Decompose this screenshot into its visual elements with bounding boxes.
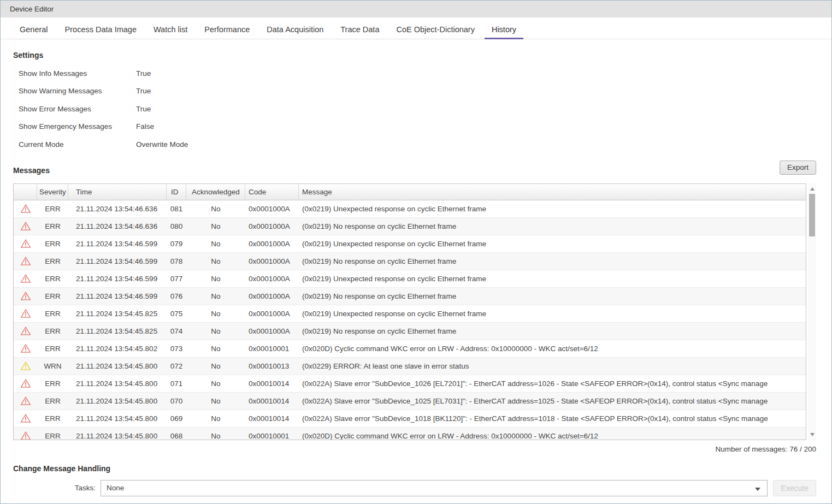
table-row[interactable]: ERR21.11.2024 13:54:46.599077No0x0001000… [14, 270, 806, 288]
column-header-code[interactable]: Code [245, 184, 299, 200]
cell-severity: ERR [37, 305, 68, 322]
table-row[interactable]: ERR21.11.2024 13:54:45.800069No0x0001001… [14, 410, 806, 428]
cell-severity: ERR [37, 410, 68, 427]
table-row[interactable]: ERR21.11.2024 13:54:46.599079No0x0001000… [14, 235, 806, 253]
tab-bar: GeneralProcess Data ImageWatch listPerfo… [1, 17, 831, 39]
scrollbar-thumb[interactable] [809, 194, 815, 236]
cell-time: 21.11.2024 13:54:45.802 [68, 340, 167, 357]
tab-general[interactable]: General [20, 25, 48, 39]
tab-history[interactable]: History [492, 25, 516, 39]
cell-acknowledged: No [186, 235, 245, 252]
cell-code: 0x0001000A [245, 270, 299, 287]
cell-message: (0x020D) Cyclic command WKC error on LRW… [299, 340, 806, 357]
table-row[interactable]: WRN21.11.2024 13:54:45.800072No0x0001001… [14, 358, 806, 375]
cell-acknowledged: No [186, 410, 245, 427]
message-count-label: Number of messages: 76 / 200 [13, 445, 816, 453]
scrollbar-down-arrow-icon[interactable] [808, 430, 816, 439]
table-row[interactable]: ERR21.11.2024 13:54:45.802073No0x0001000… [14, 340, 806, 358]
warning-icon [14, 358, 37, 375]
table-row[interactable]: ERR21.11.2024 13:54:46.636080No0x0001000… [14, 218, 806, 235]
setting-row: Show Error MessagesTrue [13, 100, 816, 118]
cell-message: (0x0229) ERROR: At least one slave in er… [299, 358, 806, 375]
history-tab-content: Settings Show Info MessagesTrueShow Warn… [1, 51, 831, 496]
cell-code: 0x00010001 [245, 428, 299, 440]
cell-severity: ERR [37, 428, 68, 440]
table-row[interactable]: ERR21.11.2024 13:54:45.825074No0x0001000… [14, 323, 806, 340]
cell-message: (0x0219) Unexpected response on cyclic E… [299, 305, 806, 322]
table-row[interactable]: ERR21.11.2024 13:54:45.825075No0x0001000… [14, 305, 806, 323]
cell-id: 068 [167, 428, 186, 440]
cell-id: 072 [167, 358, 186, 375]
tab-watch-list[interactable]: Watch list [154, 25, 187, 39]
cell-time: 21.11.2024 13:54:45.800 [68, 428, 167, 440]
error-icon [14, 253, 37, 270]
cell-time: 21.11.2024 13:54:46.599 [68, 270, 167, 287]
cell-time: 21.11.2024 13:54:45.800 [68, 375, 167, 392]
column-header-icon[interactable] [14, 184, 37, 200]
column-header-message[interactable]: Message [299, 184, 806, 200]
cell-severity: WRN [37, 358, 68, 375]
cell-code: 0x0001000A [245, 288, 299, 305]
cell-code: 0x0001000A [245, 323, 299, 340]
tasks-dropdown[interactable]: None [101, 480, 768, 496]
tab-trace-data[interactable]: Trace Data [340, 25, 379, 39]
column-header-severity[interactable]: Severity [37, 184, 68, 200]
cell-time: 21.11.2024 13:54:46.599 [68, 253, 167, 270]
cell-message: (0x0219) No response on cyclic Ethernet … [299, 253, 806, 270]
cell-severity: ERR [37, 253, 68, 270]
table-row[interactable]: ERR21.11.2024 13:54:45.800071No0x0001001… [14, 375, 806, 393]
tasks-label: Tasks: [13, 484, 101, 492]
setting-value: True [136, 87, 151, 95]
cell-time: 21.11.2024 13:54:45.800 [68, 410, 167, 427]
setting-value: True [136, 105, 151, 113]
tasks-dropdown-value: None [107, 484, 124, 492]
messages-table: Severity Time ID Acknowledged Code Messa… [13, 183, 806, 440]
cell-code: 0x00010014 [245, 375, 299, 392]
cell-message: (0x022A) Slave error "SubDevice_1018 [BK… [299, 410, 806, 427]
table-row[interactable]: ERR21.11.2024 13:54:46.599078No0x0001000… [14, 253, 806, 270]
setting-label: Show Error Messages [13, 105, 136, 113]
cell-code: 0x0001000A [245, 305, 299, 322]
cell-severity: ERR [37, 270, 68, 287]
table-row[interactable]: ERR21.11.2024 13:54:45.800070No0x0001001… [14, 393, 806, 410]
table-row[interactable]: ERR21.11.2024 13:54:45.800068No0x0001000… [14, 428, 806, 440]
column-header-acknowledged[interactable]: Acknowledged [186, 184, 245, 200]
tab-coe-object-dictionary[interactable]: CoE Object-Dictionary [396, 25, 474, 39]
cell-severity: ERR [37, 323, 68, 340]
execute-button[interactable]: Execute [773, 480, 816, 496]
export-button[interactable]: Export [780, 161, 816, 175]
cell-id: 080 [167, 218, 186, 235]
setting-row: Show Info MessagesTrue [13, 64, 816, 82]
setting-row: Show Warning MessagesTrue [13, 82, 816, 100]
cell-time: 21.11.2024 13:54:46.599 [68, 235, 167, 252]
tab-process-data-image[interactable]: Process Data Image [65, 25, 137, 39]
setting-value: Overwrite Mode [136, 140, 188, 149]
table-scrollbar[interactable] [808, 183, 816, 440]
column-header-time[interactable]: Time [68, 184, 167, 200]
setting-row: Show Emergency MessagesFalse [13, 118, 816, 136]
error-icon [14, 305, 37, 322]
cell-id: 071 [167, 375, 186, 392]
cell-code: 0x0001000A [245, 218, 299, 235]
cell-code: 0x00010014 [245, 393, 299, 410]
error-icon [14, 270, 37, 287]
table-row[interactable]: ERR21.11.2024 13:54:46.599076No0x0001000… [14, 288, 806, 305]
table-row[interactable]: ERR21.11.2024 13:54:46.636081No0x0001000… [14, 200, 806, 218]
cell-acknowledged: No [186, 270, 245, 287]
cell-code: 0x0001000A [245, 253, 299, 270]
cell-code: 0x0001000A [245, 200, 299, 217]
cell-id: 076 [167, 288, 186, 305]
cell-id: 070 [167, 393, 186, 410]
scrollbar-up-arrow-icon[interactable] [808, 185, 816, 193]
cell-id: 081 [167, 200, 186, 217]
error-icon [14, 428, 37, 440]
cell-time: 21.11.2024 13:54:46.599 [68, 288, 167, 305]
tab-performance[interactable]: Performance [204, 25, 250, 39]
error-icon [14, 218, 37, 235]
cell-id: 073 [167, 340, 186, 357]
cell-id: 069 [167, 410, 186, 427]
cell-message: (0x0219) Unexpected response on cyclic E… [299, 270, 806, 287]
tab-data-acquisition[interactable]: Data Acquisition [267, 25, 323, 39]
column-header-id[interactable]: ID [167, 184, 186, 200]
error-icon [14, 288, 37, 305]
